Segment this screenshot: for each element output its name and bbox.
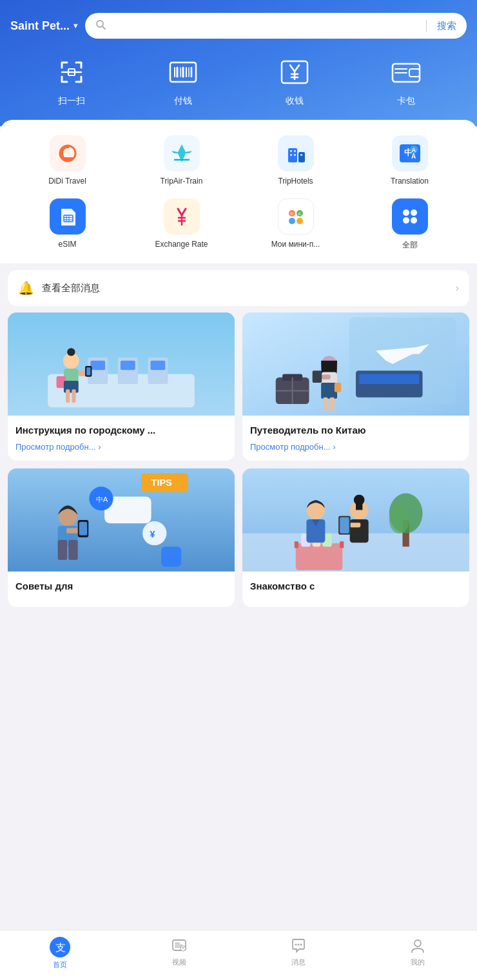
wallet-icon [388,54,424,90]
card-2-link[interactable]: Просмотр подробн... › [250,442,462,452]
quick-action-wallet[interactable]: 卡包 [388,54,424,107]
nav-item-home[interactable]: 支 首页 [41,937,79,970]
translation-icon: 中 A A [392,135,428,171]
notification-bar[interactable]: 🔔 查看全部消息 › [8,270,469,306]
search-button[interactable]: 搜索 [437,20,456,32]
search-divider [426,20,427,32]
svg-rect-66 [72,389,75,403]
svg-point-51 [411,217,417,224]
pay-icon [165,54,201,90]
app-item-tripair[interactable]: TripAir-Train [124,135,238,186]
esim-label: eSIM [58,240,76,249]
exchange-icon [164,198,200,235]
svg-point-61 [67,348,75,356]
svg-point-130 [295,944,297,946]
svg-rect-59 [151,361,166,370]
svg-rect-117 [356,503,362,510]
location-button[interactable]: Saint Pet... ▾ [10,19,77,33]
card-1-link[interactable]: Просмотр подробн... › [15,442,227,452]
search-input[interactable] [112,21,416,32]
svg-rect-119 [350,523,361,527]
scan-icon [54,54,90,90]
exchange-label: Exchange Rate [155,240,208,249]
wallet-label: 卡包 [397,95,415,107]
location-chevron-icon: ▾ [73,21,77,30]
card-3-title: Советы для [15,579,227,593]
card-2-arrow-icon: › [333,443,335,452]
card-2[interactable]: Путеводитель по Китаю Просмотр подробн..… [242,312,469,461]
app-grid-section: DiDi Travel TripAir-Train [0,120,477,264]
quick-action-receive[interactable]: 收钱 [277,54,313,107]
app-item-didi[interactable]: DiDi Travel [10,135,124,186]
tripair-label: TripAir-Train [161,177,203,186]
app-grid: DiDi Travel TripAir-Train [10,135,467,251]
quick-action-pay[interactable]: 付钱 [165,54,201,107]
card-4-content: Знакомство с [242,572,469,607]
card-1-title: Инструкция по городскому ... [15,423,227,437]
svg-rect-107 [296,543,342,570]
app-item-translation[interactable]: 中 A A Translation [353,135,467,186]
svg-rect-84 [323,398,327,411]
svg-rect-125 [175,945,182,946]
cards-section: Инструкция по городскому ... Просмотр по… [0,312,477,607]
app-item-exchange[interactable]: Exchange Rate [124,198,238,251]
bell-icon: 🔔 [18,280,34,296]
svg-rect-65 [66,389,70,403]
card-4-title: Знакомство с [250,579,462,593]
mini-label: Мои мини-п... [271,240,320,249]
card-1-image [8,312,235,416]
card-3[interactable]: TIPS 中A ¥ [8,468,235,607]
pay-label: 付钱 [174,95,192,107]
svg-rect-81 [321,375,330,380]
didi-icon [50,135,86,171]
card-1-content: Инструкция по городскому ... Просмотр по… [8,416,235,461]
notification-text: 查看全部消息 [42,282,448,294]
header-top: Saint Pet... ▾ 搜索 [10,13,467,39]
nav-label-message: 消息 [291,957,306,967]
app-item-mini[interactable]: 中 A Мои мини-п... [238,198,353,251]
search-icon [95,19,106,32]
nav-item-message[interactable]: 消息 [279,937,318,970]
card-3-image: TIPS 中A ¥ [8,468,235,572]
card-4[interactable]: Знакомство с [242,468,469,607]
mini-icon: 中 A [278,198,314,235]
svg-text:A: A [298,212,300,216]
svg-text:TIPS: TIPS [151,477,173,488]
svg-rect-58 [121,361,135,370]
svg-rect-109 [340,541,344,548]
svg-rect-101 [79,522,87,535]
esim-icon [50,198,86,235]
svg-rect-126 [175,946,181,948]
location-text: Saint Pet... [10,19,70,33]
svg-text:A: A [411,147,416,153]
svg-rect-85 [330,398,335,411]
svg-point-106 [389,506,409,533]
quick-action-scan[interactable]: 扫一扫 [54,54,90,107]
header: Saint Pet... ▾ 搜索 [0,0,477,126]
video-icon [170,937,188,955]
card-1-arrow-icon: › [98,443,101,452]
scan-label: 扫一扫 [58,95,85,107]
card-1[interactable]: Инструкция по городскому ... Просмотр по… [8,312,235,461]
svg-text:中: 中 [290,212,294,216]
svg-point-133 [414,940,421,946]
svg-point-50 [403,217,409,224]
svg-text:支: 支 [55,942,66,953]
svg-rect-108 [295,541,298,548]
nav-item-profile[interactable]: 我的 [398,937,437,970]
svg-text:A: A [411,153,416,160]
card-4-image [242,468,469,572]
receive-icon [277,54,313,90]
app-item-esim[interactable]: eSIM [10,198,124,251]
card-3-content: Советы для [8,572,235,607]
search-bar: 搜索 [85,13,467,39]
app-item-triphotels[interactable]: TripHotels [238,135,353,186]
quick-actions: 扫一扫 付钱 [10,54,467,107]
nav-label-home: 首页 [53,960,67,970]
svg-rect-27 [294,154,296,156]
triphotels-icon [278,135,314,171]
nav-label-profile: 我的 [411,957,425,967]
nav-item-video[interactable]: 视频 [160,937,199,970]
app-item-all[interactable]: 全部 [353,198,467,251]
main-content: DiDi Travel TripAir-Train [0,120,477,658]
